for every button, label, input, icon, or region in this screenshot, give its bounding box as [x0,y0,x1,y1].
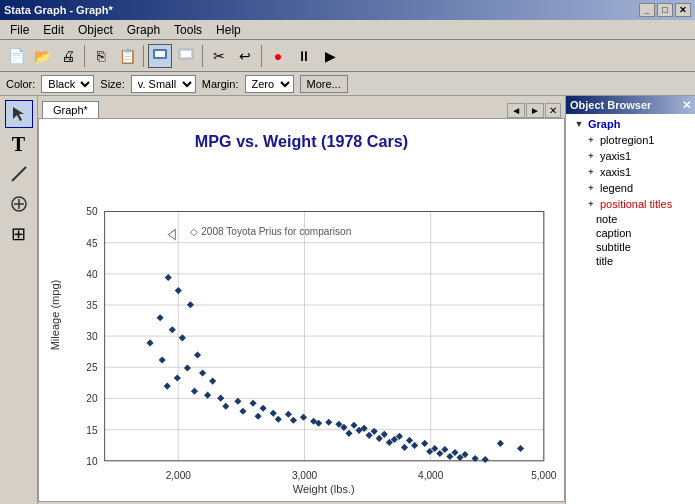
size-label: Size: [100,78,124,90]
ob-expand-graph[interactable]: ▼ [572,117,586,131]
svg-text:5,000: 5,000 [531,470,557,481]
ob-item-note[interactable]: note [568,212,693,226]
undo-button[interactable]: ↩ [233,44,257,68]
zoom-tool[interactable] [174,44,198,68]
select-tool[interactable] [148,44,172,68]
svg-marker-4 [13,107,24,121]
more-button[interactable]: More... [300,75,348,93]
svg-text:◇  2008 Toyota Prius for compa: ◇ 2008 Toyota Prius for comparison [190,226,351,237]
svg-text:35: 35 [86,300,98,311]
play-button[interactable]: ▶ [318,44,342,68]
svg-text:Mileage (mpg): Mileage (mpg) [49,280,61,351]
ob-label-caption: caption [596,227,631,239]
ob-expand-xaxis1[interactable]: + [584,165,598,179]
svg-line-5 [12,167,26,181]
select-arrow-tool[interactable] [5,100,33,128]
print-button[interactable]: 🖨 [56,44,80,68]
ob-item-title[interactable]: title [568,254,693,268]
svg-text:MPG vs. Weight (1978 Cars): MPG vs. Weight (1978 Cars) [195,132,408,150]
menu-graph[interactable]: Graph [121,22,166,38]
ob-label-graph: Graph [588,118,620,130]
copy-button[interactable]: ⎘ [89,44,113,68]
ob-expand-pos-titles[interactable]: + [584,197,598,211]
sep4 [261,45,262,67]
tab-next[interactable]: ► [526,103,544,118]
svg-text:3,000: 3,000 [292,470,318,481]
graph-tab[interactable]: Graph* [42,101,99,118]
sep3 [202,45,203,67]
text-tool[interactable]: T [5,130,33,158]
ob-label-subtitle: subtitle [596,241,631,253]
ob-title-bar: Object Browser ✕ [566,96,695,114]
title-bar: Stata Graph - Graph* _ □ ✕ [0,0,695,20]
svg-text:30: 30 [86,331,98,342]
maximize-button[interactable]: □ [657,3,673,17]
svg-text:10: 10 [86,456,98,467]
svg-text:15: 15 [86,425,98,436]
svg-rect-3 [181,51,191,57]
ob-item-graph[interactable]: ▼ Graph [568,116,693,132]
menu-tools[interactable]: Tools [168,22,208,38]
ob-item-plotregion1[interactable]: + plotregion1 [568,132,693,148]
svg-text:20: 20 [86,394,98,405]
svg-text:50: 50 [86,207,98,218]
chart-svg: MPG vs. Weight (1978 Cars) Mileage (mpg)… [39,119,564,501]
menu-help[interactable]: Help [210,22,247,38]
size-select[interactable]: v. Small [131,75,196,93]
minimize-button[interactable]: _ [639,3,655,17]
svg-rect-9 [39,119,564,501]
ob-label-yaxis1: yaxis1 [600,150,631,162]
menu-bar: File Edit Object Graph Tools Help [0,20,695,40]
svg-text:45: 45 [86,238,98,249]
ob-label-title: title [596,255,613,267]
ob-item-legend[interactable]: + legend [568,180,693,196]
graph-tab-bar: Graph* ◄ ► ✕ [38,96,565,118]
title-bar-buttons: _ □ ✕ [639,3,691,17]
ob-item-positional-titles[interactable]: + positional titles [568,196,693,212]
left-toolbar: T ⊞ [0,96,38,504]
svg-text:25: 25 [86,362,98,373]
menu-edit[interactable]: Edit [37,22,70,38]
line-tool[interactable] [5,160,33,188]
open-button[interactable]: 📂 [30,44,54,68]
color-select[interactable]: Black [41,75,94,93]
tab-nav: ◄ ► ✕ [507,103,561,118]
record-button[interactable]: ● [266,44,290,68]
ob-close-button[interactable]: ✕ [682,99,691,112]
ob-label-xaxis1: xaxis1 [600,166,631,178]
graph-tab-label: Graph* [53,104,88,116]
close-button[interactable]: ✕ [675,3,691,17]
sep2 [143,45,144,67]
object-browser: Object Browser ✕ ▼ Graph + plotregion1 + [565,96,695,504]
svg-text:40: 40 [86,269,98,280]
ob-label-legend: legend [600,182,633,194]
ob-expand-plotregion1[interactable]: + [584,133,598,147]
svg-text:2,000: 2,000 [166,470,192,481]
pause-button[interactable]: ⏸ [292,44,316,68]
color-label: Color: [6,78,35,90]
new-button[interactable]: 📄 [4,44,28,68]
svg-text:Weight (lbs.): Weight (lbs.) [293,483,355,495]
margin-select[interactable]: Zero [245,75,294,93]
ob-label-note: note [596,213,617,225]
scissors-button[interactable]: ✂ [207,44,231,68]
menu-object[interactable]: Object [72,22,119,38]
ob-item-yaxis1[interactable]: + yaxis1 [568,148,693,164]
app-title: Stata Graph - Graph* [4,4,113,16]
tab-prev[interactable]: ◄ [507,103,525,118]
svg-text:4,000: 4,000 [418,470,444,481]
ob-label-plotregion1: plotregion1 [600,134,654,146]
ob-item-xaxis1[interactable]: + xaxis1 [568,164,693,180]
ob-expand-legend[interactable]: + [584,181,598,195]
ob-item-subtitle[interactable]: subtitle [568,240,693,254]
main-content: T ⊞ Graph* ◄ ► ✕ [0,96,695,504]
ob-expand-yaxis1[interactable]: + [584,149,598,163]
tab-close[interactable]: ✕ [545,103,561,118]
sep1 [84,45,85,67]
graph-content[interactable]: MPG vs. Weight (1978 Cars) Mileage (mpg)… [38,118,565,502]
paste-button[interactable]: 📋 [115,44,139,68]
ob-item-caption[interactable]: caption [568,226,693,240]
grid-tool[interactable]: ⊞ [5,220,33,248]
menu-file[interactable]: File [4,22,35,38]
add-tool[interactable] [5,190,33,218]
